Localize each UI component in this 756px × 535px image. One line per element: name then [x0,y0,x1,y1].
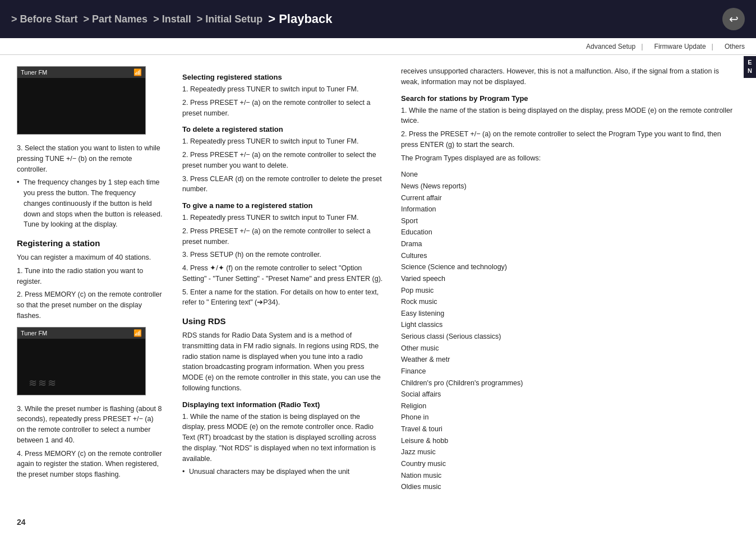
pt-sport: Sport [401,215,734,227]
selecting-stations-steps: 1. Repeatedly press TUNER to switch inpu… [182,84,384,118]
tuner-header-1: Tuner FM 📶 [17,67,145,78]
nav-initial-setup[interactable]: > Initial Setup [197,13,263,25]
right-intro: receives unsupported characters. However… [401,66,734,87]
tuner1-step3-text: 3. Select the station you want to listen… [17,143,163,174]
wifi-icon-2: 📶 [133,329,142,337]
del-step1: 1. Repeatedly press TUNER to switch inpu… [182,136,384,147]
registering-intro: You can register a maximum of 40 station… [17,252,163,321]
pt-serious: Serious classi (Serious classics) [401,331,734,343]
rt-step1: 1. While the name of the station is bein… [182,412,384,464]
program-types-intro: The Program Types displayed are as follo… [401,153,734,164]
pt-country: Country music [401,458,734,470]
en-badge-line1: E [745,58,755,67]
search-step2: 2. Press the PRESET +/− (a) on the remot… [401,129,734,150]
del-step2: 2. Press PRESET +/− (a) on the remote co… [182,150,384,171]
tuner-label-2: Tuner FM [21,330,47,336]
radio-text-title: Displaying text information (Radio Text) [182,400,384,409]
pt-pop: Pop music [401,285,734,297]
tuner1-step3-bullet: The frequency changes by 1 step each tim… [17,177,163,230]
rt-bullet1: Unusual characters may be displayed when… [182,467,384,477]
pt-education: Education [401,227,734,238]
nav-part-names[interactable]: > Part Names [84,13,148,25]
wifi-icon-1: 📶 [133,68,142,76]
tuner-body-1 [17,78,145,134]
pt-light: Light classics [401,319,734,331]
pt-info: Information [401,204,734,215]
nav-install[interactable]: > Install [153,13,191,25]
rds-intro: RDS stands for Radio Data System and is … [182,330,384,394]
pt-finance: Finance [401,366,734,377]
name-step4: 4. Press ✦/✦ (f) on the remote controlle… [182,263,384,284]
pt-varied: Varied speech [401,273,734,285]
search-step1: 1. While the name of the station is bein… [401,105,734,127]
page-number: 24 [17,518,26,527]
nav-before-start[interactable]: > Before Start [11,13,78,25]
pt-cultures: Cultures [401,250,734,262]
pt-travel: Travel & touri [401,423,734,435]
name-step1: 1. Repeatedly press TUNER to switch inpu… [182,213,384,223]
pt-science: Science (Science and technology) [401,261,734,273]
search-program-type-title: Search for stations by Program Type [401,94,734,103]
registering-intro-text: You can register a maximum of 40 station… [17,252,163,263]
name-station-title: To give a name to a registered station [182,201,384,210]
pt-nation: Nation music [401,470,734,482]
pt-children: Children's pro (Children's programmes) [401,377,734,389]
tuner1-step3: 3. Select the station you want to listen… [17,143,163,230]
top-nav-bar: > Before Start > Part Names > Install > … [0,0,756,38]
sel-step2: 2. Press PRESET +/− (a) on the remote co… [182,98,384,119]
language-badge: E N [744,56,756,78]
pt-current: Current affair [401,192,734,204]
name-step2: 2. Press PRESET +/− (a) on the remote co… [182,226,384,247]
middle-column: Selecting registered stations 1. Repeate… [174,55,393,535]
pt-easy: Easy listening [401,308,734,320]
selecting-stations-title: Selecting registered stations [182,73,384,81]
pt-drama: Drama [401,238,734,250]
pt-weather: Weather & metr [401,354,734,366]
registering-step3: 3. While the preset number is flashing (… [17,404,163,446]
sel-step1: 1. Repeatedly press TUNER to switch inpu… [182,84,384,95]
registering-step4: 4. Press MEMORY (c) on the remote contro… [17,449,163,480]
name-station-steps: 1. Repeatedly press TUNER to switch inpu… [182,213,384,308]
program-type-list: None News (News reports) Current affair … [401,169,734,493]
back-button[interactable]: ↩ [722,8,745,30]
delete-station-steps: 1. Repeatedly press TUNER to switch inpu… [182,136,384,195]
en-badge-line2: N [745,67,755,75]
pt-oldies: Oldies music [401,481,734,493]
registering-step2: 2. Press MEMORY (c) on the remote contro… [17,289,163,321]
tuner-label-1: Tuner FM [21,69,47,76]
pt-none: None [401,169,734,181]
pt-phone: Phone in [401,412,734,423]
right-column: receives unsupported characters. However… [393,55,756,535]
pt-rock: Rock music [401,296,734,308]
secondary-nav-bar: Advanced Setup | Firmware Update | Other… [0,38,756,55]
tuner-display-2: Tuner FM 📶 [17,327,146,395]
sec-nav-advanced-setup[interactable]: Advanced Setup [586,43,635,50]
pt-leisure: Leisure & hobb [401,435,734,447]
pt-other: Other music [401,343,734,354]
using-rds-title: Using RDS [182,316,384,326]
delete-station-title: To delete a registered station [182,125,384,133]
registering-step1: 1. Tune into the radio station you want … [17,266,163,287]
pt-jazz: Jazz music [401,446,734,458]
del-step3: 3. Press CLEAR (d) on the remote control… [182,174,384,195]
left-column: Tuner FM 📶 3. Select the station you wan… [0,55,174,535]
tuner-header-2: Tuner FM 📶 [17,328,145,339]
tuner-body-2 [17,339,145,395]
radio-text-steps: 1. While the name of the station is bein… [182,412,384,478]
sec-nav-sep1: | [641,42,643,50]
sec-nav-others[interactable]: Others [725,43,745,50]
pt-news: News (News reports) [401,181,734,192]
name-step5: 5. Enter a name for the station. For det… [182,287,384,308]
sec-nav-firmware-update[interactable]: Firmware Update [654,43,706,50]
search-steps: 1. While the name of the station is bein… [401,105,734,164]
tuner-display-1: Tuner FM 📶 [17,66,146,135]
sec-nav-sep2: | [712,42,713,50]
pt-social: Social affairs [401,389,734,400]
nav-playback[interactable]: > Playback [268,12,332,26]
name-step3: 3. Press SETUP (h) on the remote control… [182,250,384,260]
registering-steps2: 3. While the preset number is flashing (… [17,404,163,480]
registering-station-title: Registering a station [17,238,163,248]
main-content: Tuner FM 📶 3. Select the station you wan… [0,55,756,535]
pt-religion: Religion [401,400,734,412]
